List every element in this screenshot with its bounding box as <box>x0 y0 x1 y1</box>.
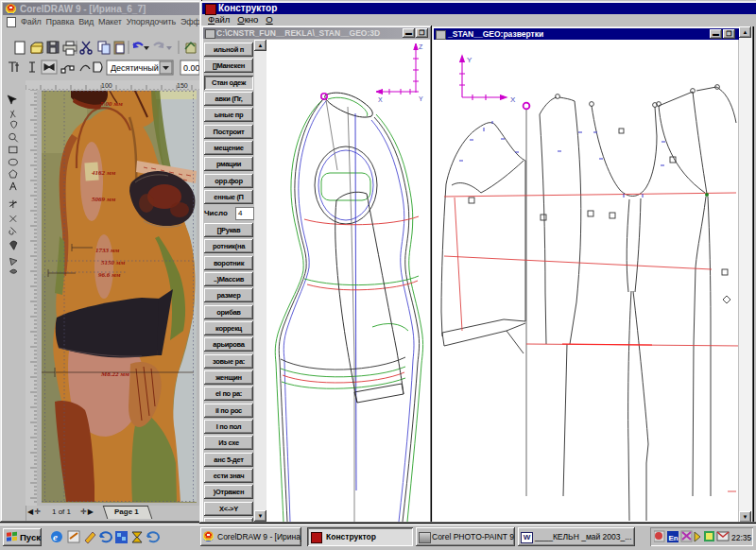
svg-text:Z: Z <box>419 43 423 50</box>
svg-text:5\00 мм: 5\00 мм <box>100 100 123 108</box>
svg-text:Десятичный: Десятичный <box>111 63 159 73</box>
svg-text:5150 мм: 5150 мм <box>101 259 126 266</box>
svg-text:En: En <box>669 534 679 542</box>
svg-text:М8.22 мм: М8.22 мм <box>100 370 129 378</box>
svg-text:e: e <box>53 531 58 542</box>
svg-text:Y: Y <box>419 95 423 102</box>
svg-text:100: 100 <box>101 82 112 89</box>
svg-text:4162 мм: 4162 мм <box>91 169 116 177</box>
svg-text:Y: Y <box>467 56 472 64</box>
svg-text:X: X <box>378 96 383 103</box>
svg-text:X: X <box>510 95 516 104</box>
svg-text:5069 мм: 5069 мм <box>92 196 116 203</box>
svg-text:150: 150 <box>177 82 188 89</box>
svg-text:1733 мм: 1733 мм <box>95 247 120 254</box>
svg-text:0.00: 0.00 <box>183 63 199 73</box>
